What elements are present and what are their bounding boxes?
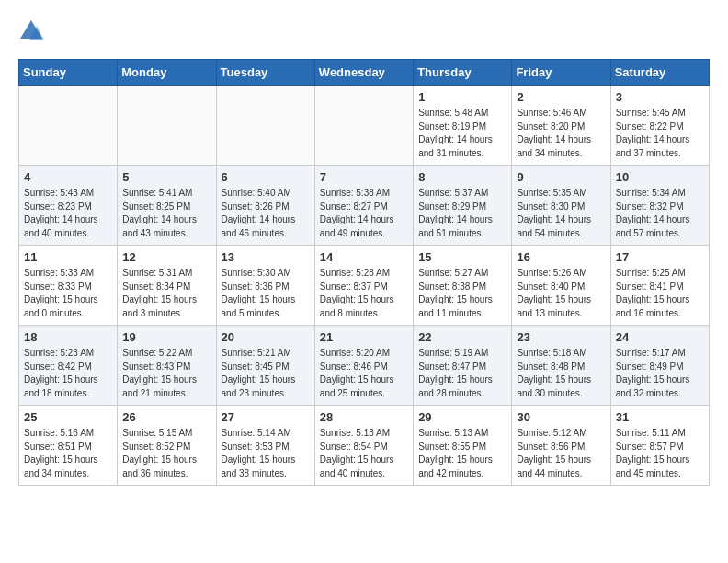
calendar-day-cell: 2Sunrise: 5:46 AM Sunset: 8:20 PM Daylig…: [512, 86, 610, 166]
page-header: [18, 18, 710, 44]
calendar-day-cell: 31Sunrise: 5:11 AM Sunset: 8:57 PM Dayli…: [610, 406, 709, 486]
day-info: Sunrise: 5:33 AM Sunset: 8:33 PM Dayligh…: [24, 267, 112, 320]
calendar-day-cell: 5Sunrise: 5:41 AM Sunset: 8:25 PM Daylig…: [118, 166, 216, 246]
calendar-day-cell: 24Sunrise: 5:17 AM Sunset: 8:49 PM Dayli…: [610, 326, 709, 406]
calendar-day-cell: 6Sunrise: 5:40 AM Sunset: 8:26 PM Daylig…: [216, 166, 314, 246]
day-number: 2: [517, 90, 605, 104]
day-info: Sunrise: 5:37 AM Sunset: 8:29 PM Dayligh…: [418, 187, 506, 240]
calendar-week-row: 25Sunrise: 5:16 AM Sunset: 8:51 PM Dayli…: [19, 406, 710, 486]
day-number: 18: [24, 330, 112, 344]
calendar-day-cell: 29Sunrise: 5:13 AM Sunset: 8:55 PM Dayli…: [414, 406, 512, 486]
day-number: 26: [122, 410, 210, 424]
day-header-saturday: Saturday: [610, 60, 709, 86]
calendar-day-cell: 1Sunrise: 5:48 AM Sunset: 8:19 PM Daylig…: [414, 86, 512, 166]
calendar-week-row: 4Sunrise: 5:43 AM Sunset: 8:23 PM Daylig…: [19, 166, 710, 246]
calendar-day-cell: 7Sunrise: 5:38 AM Sunset: 8:27 PM Daylig…: [314, 166, 413, 246]
day-number: 4: [24, 170, 112, 184]
day-info: Sunrise: 5:46 AM Sunset: 8:20 PM Dayligh…: [517, 107, 605, 160]
day-number: 15: [418, 250, 506, 264]
day-info: Sunrise: 5:11 AM Sunset: 8:57 PM Dayligh…: [616, 427, 704, 480]
day-info: Sunrise: 5:48 AM Sunset: 8:19 PM Dayligh…: [418, 107, 506, 160]
day-header-thursday: Thursday: [414, 60, 512, 86]
day-number: 21: [320, 330, 408, 344]
day-number: 10: [616, 170, 704, 184]
calendar-day-cell: 27Sunrise: 5:14 AM Sunset: 8:53 PM Dayli…: [216, 406, 314, 486]
day-number: 13: [222, 250, 310, 264]
calendar-day-cell: 20Sunrise: 5:21 AM Sunset: 8:45 PM Dayli…: [216, 326, 314, 406]
calendar-day-cell: 3Sunrise: 5:45 AM Sunset: 8:22 PM Daylig…: [610, 86, 709, 166]
calendar-day-cell: 30Sunrise: 5:12 AM Sunset: 8:56 PM Dayli…: [512, 406, 610, 486]
day-info: Sunrise: 5:12 AM Sunset: 8:56 PM Dayligh…: [517, 427, 605, 480]
day-info: Sunrise: 5:21 AM Sunset: 8:45 PM Dayligh…: [222, 347, 310, 400]
day-info: Sunrise: 5:31 AM Sunset: 8:34 PM Dayligh…: [122, 267, 210, 320]
calendar-day-cell: 17Sunrise: 5:25 AM Sunset: 8:41 PM Dayli…: [610, 246, 709, 326]
logo: [18, 18, 46, 44]
day-info: Sunrise: 5:14 AM Sunset: 8:53 PM Dayligh…: [222, 427, 310, 480]
calendar-day-cell: [216, 86, 314, 166]
day-header-wednesday: Wednesday: [314, 60, 413, 86]
day-info: Sunrise: 5:45 AM Sunset: 8:22 PM Dayligh…: [616, 107, 704, 160]
calendar-day-cell: 25Sunrise: 5:16 AM Sunset: 8:51 PM Dayli…: [19, 406, 118, 486]
calendar-day-cell: [19, 86, 118, 166]
day-info: Sunrise: 5:40 AM Sunset: 8:26 PM Dayligh…: [222, 187, 310, 240]
day-number: 16: [517, 250, 605, 264]
day-number: 9: [517, 170, 605, 184]
calendar-week-row: 1Sunrise: 5:48 AM Sunset: 8:19 PM Daylig…: [19, 86, 710, 166]
day-info: Sunrise: 5:13 AM Sunset: 8:55 PM Dayligh…: [418, 427, 506, 480]
calendar-day-cell: 18Sunrise: 5:23 AM Sunset: 8:42 PM Dayli…: [19, 326, 118, 406]
day-number: 31: [616, 410, 704, 424]
day-number: 8: [418, 170, 506, 184]
day-info: Sunrise: 5:43 AM Sunset: 8:23 PM Dayligh…: [24, 187, 112, 240]
day-number: 1: [418, 90, 506, 104]
day-info: Sunrise: 5:19 AM Sunset: 8:47 PM Dayligh…: [418, 347, 506, 400]
day-header-sunday: Sunday: [19, 60, 118, 86]
calendar-day-cell: 8Sunrise: 5:37 AM Sunset: 8:29 PM Daylig…: [414, 166, 512, 246]
calendar-day-cell: 13Sunrise: 5:30 AM Sunset: 8:36 PM Dayli…: [216, 246, 314, 326]
calendar-table: SundayMondayTuesdayWednesdayThursdayFrid…: [18, 59, 710, 486]
day-info: Sunrise: 5:23 AM Sunset: 8:42 PM Dayligh…: [24, 347, 112, 400]
day-info: Sunrise: 5:13 AM Sunset: 8:54 PM Dayligh…: [320, 427, 408, 480]
calendar-day-cell: [118, 86, 216, 166]
day-header-friday: Friday: [512, 60, 610, 86]
day-info: Sunrise: 5:28 AM Sunset: 8:37 PM Dayligh…: [320, 267, 408, 320]
day-header-monday: Monday: [118, 60, 216, 86]
calendar-day-cell: 9Sunrise: 5:35 AM Sunset: 8:30 PM Daylig…: [512, 166, 610, 246]
day-number: 27: [222, 410, 310, 424]
day-number: 23: [517, 330, 605, 344]
calendar-day-cell: 21Sunrise: 5:20 AM Sunset: 8:46 PM Dayli…: [314, 326, 413, 406]
day-info: Sunrise: 5:30 AM Sunset: 8:36 PM Dayligh…: [222, 267, 310, 320]
day-info: Sunrise: 5:34 AM Sunset: 8:32 PM Dayligh…: [616, 187, 704, 240]
day-info: Sunrise: 5:16 AM Sunset: 8:51 PM Dayligh…: [24, 427, 112, 480]
calendar-day-cell: 14Sunrise: 5:28 AM Sunset: 8:37 PM Dayli…: [314, 246, 413, 326]
day-number: 25: [24, 410, 112, 424]
calendar-day-cell: 11Sunrise: 5:33 AM Sunset: 8:33 PM Dayli…: [19, 246, 118, 326]
day-number: 11: [24, 250, 112, 264]
day-number: 20: [222, 330, 310, 344]
calendar-day-cell: 15Sunrise: 5:27 AM Sunset: 8:38 PM Dayli…: [414, 246, 512, 326]
day-info: Sunrise: 5:25 AM Sunset: 8:41 PM Dayligh…: [616, 267, 704, 320]
day-number: 7: [320, 170, 408, 184]
day-info: Sunrise: 5:17 AM Sunset: 8:49 PM Dayligh…: [616, 347, 704, 400]
day-info: Sunrise: 5:20 AM Sunset: 8:46 PM Dayligh…: [320, 347, 408, 400]
calendar-day-cell: 26Sunrise: 5:15 AM Sunset: 8:52 PM Dayli…: [118, 406, 216, 486]
day-number: 30: [517, 410, 605, 424]
day-number: 17: [616, 250, 704, 264]
calendar-week-row: 18Sunrise: 5:23 AM Sunset: 8:42 PM Dayli…: [19, 326, 710, 406]
calendar-header-row: SundayMondayTuesdayWednesdayThursdayFrid…: [19, 60, 710, 86]
calendar-day-cell: 12Sunrise: 5:31 AM Sunset: 8:34 PM Dayli…: [118, 246, 216, 326]
day-number: 28: [320, 410, 408, 424]
day-info: Sunrise: 5:27 AM Sunset: 8:38 PM Dayligh…: [418, 267, 506, 320]
calendar-day-cell: 16Sunrise: 5:26 AM Sunset: 8:40 PM Dayli…: [512, 246, 610, 326]
day-info: Sunrise: 5:38 AM Sunset: 8:27 PM Dayligh…: [320, 187, 408, 240]
calendar-day-cell: 4Sunrise: 5:43 AM Sunset: 8:23 PM Daylig…: [19, 166, 118, 246]
day-info: Sunrise: 5:15 AM Sunset: 8:52 PM Dayligh…: [122, 427, 210, 480]
calendar-day-cell: [314, 86, 413, 166]
day-number: 24: [616, 330, 704, 344]
day-info: Sunrise: 5:35 AM Sunset: 8:30 PM Dayligh…: [517, 187, 605, 240]
calendar-week-row: 11Sunrise: 5:33 AM Sunset: 8:33 PM Dayli…: [19, 246, 710, 326]
day-number: 22: [418, 330, 506, 344]
calendar-day-cell: 23Sunrise: 5:18 AM Sunset: 8:48 PM Dayli…: [512, 326, 610, 406]
day-number: 29: [418, 410, 506, 424]
day-number: 12: [122, 250, 210, 264]
day-number: 14: [320, 250, 408, 264]
